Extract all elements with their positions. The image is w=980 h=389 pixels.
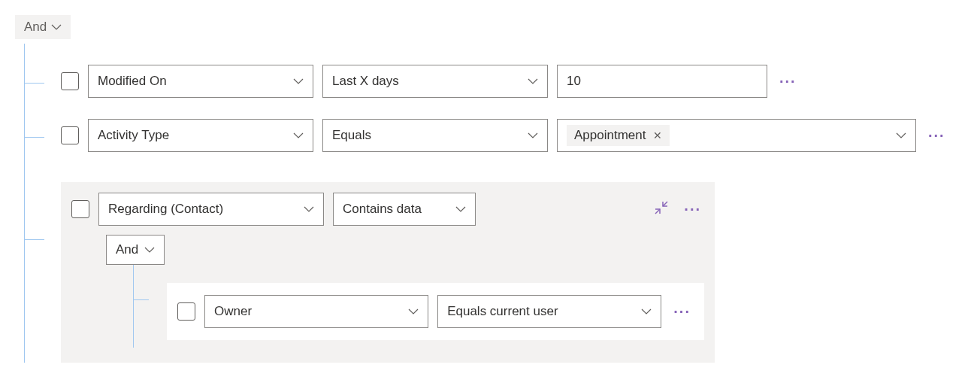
- chevron-down-icon: [408, 308, 419, 315]
- value-input[interactable]: 10: [557, 65, 767, 98]
- tag-label: Appointment: [574, 128, 646, 143]
- chevron-down-icon: [455, 205, 466, 213]
- operator-label: Equals: [332, 128, 371, 143]
- value-tag: Appointment ✕: [567, 125, 670, 146]
- attribute-label: Activity Type: [98, 128, 169, 143]
- chevron-down-icon: [304, 205, 314, 213]
- related-entity-group: Regarding (Contact) Contains data: [61, 182, 715, 363]
- row-checkbox[interactable]: [61, 126, 79, 144]
- related-operator-selector[interactable]: Contains data: [333, 193, 476, 226]
- sub-conditions-tree: Owner Equals current user ···: [133, 265, 704, 348]
- multi-value-selector[interactable]: Appointment ✕: [557, 119, 916, 152]
- more-actions-button[interactable]: ···: [681, 201, 704, 218]
- nested-group-wrap: Regarding (Contact) Contains data: [25, 182, 965, 363]
- related-entity-selector[interactable]: Regarding (Contact): [98, 193, 324, 226]
- row-checkbox[interactable]: [71, 200, 89, 218]
- operator-selector[interactable]: Equals current user: [437, 295, 661, 328]
- operator-label: Last X days: [332, 74, 399, 89]
- close-icon[interactable]: ✕: [653, 129, 662, 141]
- chevron-down-icon: [896, 132, 906, 139]
- chevron-down-icon: [144, 246, 155, 254]
- attribute-selector[interactable]: Activity Type: [88, 119, 313, 152]
- operator-selector[interactable]: Last X days: [322, 65, 548, 98]
- root-operator-selector[interactable]: And: [15, 15, 71, 39]
- conditions-tree: Modified On Last X days 10 ··· Activity …: [24, 44, 965, 363]
- row-checkbox[interactable]: [61, 72, 79, 90]
- collapse-icon[interactable]: [651, 197, 672, 222]
- more-actions-button[interactable]: ···: [925, 127, 948, 144]
- related-entity-label: Regarding (Contact): [108, 202, 223, 217]
- root-operator-label: And: [24, 20, 47, 35]
- sub-operator-label: And: [116, 242, 138, 257]
- chevron-down-icon: [528, 77, 538, 85]
- condition-row: Owner Equals current user ···: [134, 265, 704, 340]
- sub-operator-selector[interactable]: And: [106, 235, 165, 265]
- condition-row: Modified On Last X days 10 ···: [25, 44, 965, 98]
- condition-row: Activity Type Equals Appointment ✕: [25, 98, 965, 152]
- value-text: 10: [567, 74, 758, 89]
- row-checkbox[interactable]: [177, 302, 195, 321]
- more-actions-button[interactable]: ···: [670, 303, 694, 321]
- chevron-down-icon: [293, 77, 304, 85]
- related-operator-label: Contains data: [343, 202, 422, 217]
- attribute-label: Modified On: [98, 74, 167, 89]
- chevron-down-icon: [51, 23, 62, 31]
- attribute-selector[interactable]: Modified On: [88, 65, 313, 98]
- attribute-selector[interactable]: Owner: [204, 295, 428, 328]
- more-actions-button[interactable]: ···: [776, 73, 800, 90]
- chevron-down-icon: [293, 132, 304, 139]
- chevron-down-icon: [641, 308, 652, 315]
- chevron-down-icon: [528, 132, 538, 139]
- operator-label: Equals current user: [447, 304, 558, 319]
- operator-selector[interactable]: Equals: [322, 119, 548, 152]
- attribute-label: Owner: [214, 304, 252, 319]
